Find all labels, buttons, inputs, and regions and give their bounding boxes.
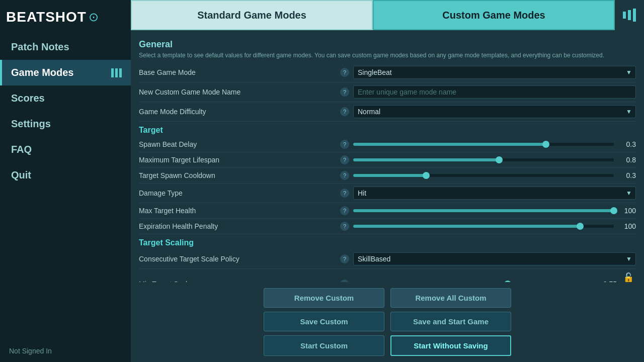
logo-area: BEATSHOT ⊙: [0, 0, 131, 34]
general-section-header: General: [139, 35, 636, 52]
max-lifespan-slider-track[interactable]: [353, 158, 614, 161]
damage-type-dropdown[interactable]: Hit: [353, 187, 636, 200]
damage-type-dropdown-wrapper: Hit ▼: [353, 187, 636, 200]
sidebar-item-settings[interactable]: Settings: [0, 111, 131, 137]
new-custom-label: New Custom Game Mode Name: [139, 88, 340, 96]
tab-custom[interactable]: Custom Game Modes: [373, 0, 615, 30]
setting-row-spawn-cooldown: Target Spawn Cooldown ? 0.3: [139, 168, 636, 184]
bar-icon-1: [111, 68, 114, 77]
expiration-health-slider-thumb[interactable]: [577, 223, 584, 230]
max-lifespan-label: Maximum Target Lifespan: [139, 156, 340, 164]
main-content: Standard Game Modes Custom Game Modes Ge…: [131, 0, 644, 362]
sidebar-item-patch-notes[interactable]: Patch Notes: [0, 34, 131, 60]
btn-row-1: Remove Custom Remove All Custom: [139, 288, 636, 308]
difficulty-help-icon[interactable]: ?: [340, 107, 349, 116]
damage-type-help-icon[interactable]: ?: [340, 189, 349, 198]
setting-row-expiration-health: Expiration Health Penalty ? 100: [139, 219, 636, 234]
max-health-control: ? 100: [340, 206, 636, 215]
tab-bar: Standard Game Modes Custom Game Modes: [131, 0, 644, 30]
consecutive-scale-dropdown-wrapper: SkillBased ▼: [353, 252, 636, 265]
expiration-health-slider-track[interactable]: [353, 225, 614, 228]
save-custom-button[interactable]: Save Custom: [264, 312, 384, 331]
base-game-mode-control: ? SingleBeat ▼: [340, 66, 636, 79]
max-lifespan-slider-container: 0.8: [353, 156, 636, 164]
logo-icon: ⊙: [89, 10, 99, 24]
lock-icons: 🔓 🔒: [621, 272, 636, 282]
setting-row-base-game-mode: Base Game Mode ? SingleBeat ▼: [139, 63, 636, 82]
sidebar-item-label: Quit: [11, 169, 31, 181]
tab-standard[interactable]: Standard Game Modes: [131, 0, 373, 30]
damage-type-label: Damage Type: [139, 189, 340, 197]
spawn-beat-delay-slider-container: 0.3: [353, 140, 636, 148]
sidebar-item-quit[interactable]: Quit: [0, 162, 131, 188]
settings-area: General Select a template to see default…: [131, 30, 644, 282]
sidebar-item-label: Game Modes: [11, 67, 73, 78]
sidebar-item-scores[interactable]: Scores: [0, 85, 131, 111]
btn-row-3: Start Custom Start Without Saving: [139, 335, 636, 356]
consecutive-scale-help-icon[interactable]: ?: [340, 254, 349, 263]
target-section-header: Target: [139, 122, 636, 137]
start-without-saving-button[interactable]: Start Without Saving: [390, 335, 511, 356]
max-lifespan-slider-thumb[interactable]: [496, 156, 503, 163]
max-health-help-icon[interactable]: ?: [340, 206, 349, 215]
spawn-beat-delay-help-icon[interactable]: ?: [340, 140, 349, 149]
spawn-beat-delay-slider-track[interactable]: [353, 143, 614, 146]
expiration-health-slider-fill: [353, 225, 580, 228]
sidebar-item-faq[interactable]: FAQ: [0, 137, 131, 162]
max-lifespan-slider-fill: [353, 158, 499, 161]
spawn-cooldown-value: 0.3: [618, 171, 636, 179]
expiration-health-help-icon[interactable]: ?: [340, 222, 349, 231]
max-health-slider-container: 100: [353, 207, 636, 215]
setting-row-max-health: Max Target Health ? 100: [139, 203, 636, 219]
max-lifespan-value: 0.8: [618, 156, 636, 164]
base-game-mode-help-icon[interactable]: ?: [340, 68, 349, 77]
difficulty-dropdown-wrapper: Normal ▼: [353, 105, 636, 118]
logo-text: BEATSHOT: [6, 9, 87, 25]
sidebar-item-label: FAQ: [11, 144, 32, 155]
difficulty-dropdown[interactable]: Normal: [353, 105, 636, 118]
max-health-slider-track[interactable]: [353, 209, 614, 212]
max-health-slider-thumb[interactable]: [610, 207, 617, 214]
base-game-mode-label: Base Game Mode: [139, 68, 340, 76]
sidebar: BEATSHOT ⊙ Patch Notes Game Modes Scores…: [0, 0, 131, 362]
spawn-beat-delay-slider-thumb[interactable]: [542, 141, 549, 148]
difficulty-label: Game Mode Difficulty: [139, 108, 340, 116]
base-game-mode-dropdown[interactable]: SingleBeat: [353, 66, 636, 79]
consecutive-scale-label: Consecutive Target Scale Policy: [139, 255, 340, 263]
spawn-cooldown-slider-track[interactable]: [353, 174, 614, 177]
tab-bar-icon-2: [628, 10, 631, 20]
remove-custom-button[interactable]: Remove Custom: [264, 288, 384, 308]
max-lifespan-help-icon[interactable]: ?: [340, 155, 349, 164]
btn-row-2: Save Custom Save and Start Game: [139, 312, 636, 331]
remove-all-custom-button[interactable]: Remove All Custom: [390, 288, 511, 308]
consecutive-scale-control: ? SkillBased ▼: [340, 252, 636, 265]
tab-custom-label: Custom Game Modes: [442, 10, 545, 21]
expiration-health-label: Expiration Health Penalty: [139, 222, 340, 230]
min-scale-control: ? 0.75 🔓 🔒: [340, 272, 636, 282]
lock-open-icon[interactable]: 🔓: [623, 272, 634, 282]
spawn-cooldown-label: Target Spawn Cooldown: [139, 171, 340, 179]
expiration-health-value: 100: [618, 222, 636, 230]
setting-row-spawn-beat-delay: Spawn Beat Delay ? 0.3: [139, 137, 636, 152]
target-scaling-header: Target Scaling: [139, 234, 636, 249]
setting-row-damage-type: Damage Type ? Hit ▼: [139, 184, 636, 203]
spawn-beat-delay-value: 0.3: [618, 140, 636, 148]
spawn-cooldown-slider-container: 0.3: [353, 171, 636, 179]
new-custom-input[interactable]: [353, 85, 636, 99]
new-custom-help-icon[interactable]: ?: [340, 87, 349, 97]
setting-row-max-lifespan: Maximum Target Lifespan ? 0.8: [139, 152, 636, 168]
spawn-cooldown-slider-thumb[interactable]: [423, 172, 430, 179]
spawn-cooldown-help-icon[interactable]: ?: [340, 171, 349, 180]
start-custom-button[interactable]: Start Custom: [264, 335, 384, 356]
game-modes-badge: [111, 68, 122, 77]
bar-icon-3: [119, 68, 122, 77]
min-scale-slider-thumb[interactable]: [504, 281, 511, 282]
save-and-start-button[interactable]: Save and Start Game: [390, 312, 511, 331]
expiration-health-slider-container: 100: [353, 222, 636, 230]
tab-bar-icon-3: [633, 9, 636, 22]
consecutive-scale-dropdown[interactable]: SkillBased: [353, 252, 636, 265]
tab-standard-label: Standard Game Modes: [197, 10, 306, 21]
sidebar-item-game-modes[interactable]: Game Modes: [0, 60, 131, 85]
spawn-beat-delay-label: Spawn Beat Delay: [139, 140, 340, 148]
bottom-buttons: Remove Custom Remove All Custom Save Cus…: [131, 282, 644, 362]
